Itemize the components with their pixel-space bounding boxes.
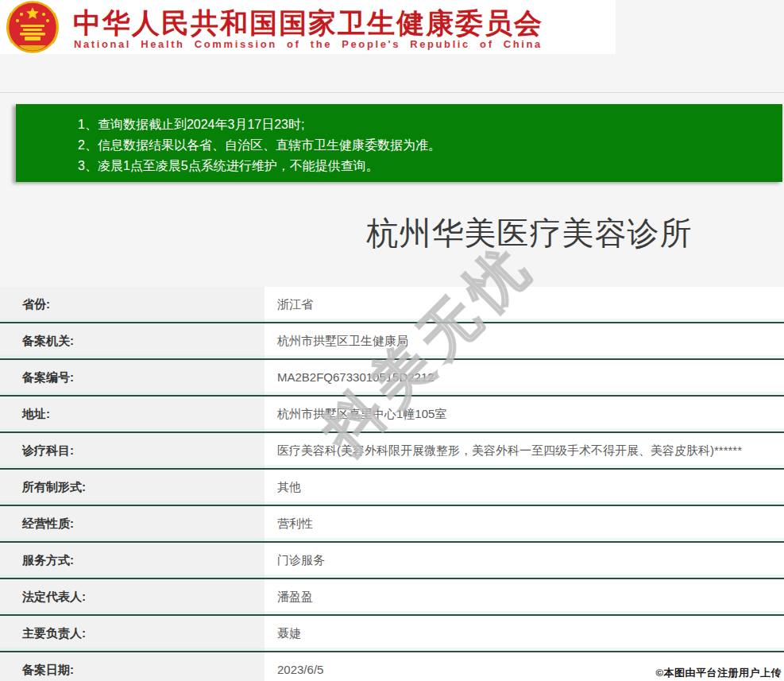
record-table: 省份: 浙江省 备案机关: 杭州市拱墅区卫生健康局 备案编号: MA2B2FQ6… <box>0 287 784 681</box>
china-national-emblem-icon <box>5 1 60 53</box>
field-value: 营利性 <box>265 506 784 543</box>
site-title-en: National Health Commission of the People… <box>74 38 543 50</box>
table-row-clinical-departments: 诊疗科目: 医疗美容科(美容外科限开展微整形，美容外科一至四级手术不得开展、美容… <box>0 433 784 470</box>
table-row-principal: 主要负责人: 聂婕 <box>0 616 784 652</box>
field-value: 门诊服务 <box>265 543 784 579</box>
table-row-province: 省份: 浙江省 <box>0 287 784 323</box>
field-label: 备案日期: <box>0 652 265 681</box>
field-label: 主要负责人: <box>0 616 265 652</box>
facility-name-title: 杭州华美医疗美容诊所 <box>0 211 784 255</box>
field-label: 诊疗科目: <box>0 433 265 470</box>
field-value: 其他 <box>265 470 784 506</box>
field-label: 法定代表人: <box>0 579 265 616</box>
field-value: 聂婕 <box>265 616 784 652</box>
notice-line-3: 3、凌晨1点至凌晨5点系统进行维护，不能提供查询。 <box>78 156 774 176</box>
table-row-address: 地址: 杭州市拱墅区嘉里中心1幢105室 <box>0 397 784 433</box>
field-label: 省份: <box>0 287 265 323</box>
field-label: 备案机关: <box>0 323 265 360</box>
field-value: 浙江省 <box>265 287 784 323</box>
field-value: MA2B2FQ6733010515D2212 <box>265 360 784 397</box>
site-title-cn: 中华人民共和国国家卫生健康委员会 <box>73 5 543 42</box>
table-row-filing-number: 备案编号: MA2B2FQ6733010515D2212 <box>0 360 784 397</box>
field-label: 所有制形式: <box>0 470 265 506</box>
notice-line-2: 2、信息数据结果以各省、自治区、直辖市卫生健康委数据为准。 <box>78 135 774 156</box>
table-row-ownership-type: 所有制形式: 其他 <box>0 470 784 506</box>
table-row-service-mode: 服务方式: 门诊服务 <box>0 543 784 579</box>
nhc-record-page: 中华人民共和国国家卫生健康委员会 National Health Commiss… <box>0 0 784 681</box>
field-label: 经营性质: <box>0 506 265 543</box>
table-row-operating-nature: 经营性质: 营利性 <box>0 506 784 543</box>
field-value: 潘盈盈 <box>265 579 784 616</box>
header-divider <box>0 92 784 93</box>
field-label: 备案编号: <box>0 360 265 397</box>
query-notice-box: 1、查询数据截止到2024年3月17日23时; 2、信息数据结果以各省、自治区、… <box>16 104 782 182</box>
field-label: 服务方式: <box>0 543 265 579</box>
header: 中华人民共和国国家卫生健康委员会 National Health Commiss… <box>0 0 616 54</box>
field-label: 地址: <box>0 397 265 433</box>
table-row-filing-authority: 备案机关: 杭州市拱墅区卫生健康局 <box>0 323 784 360</box>
field-value: 杭州市拱墅区卫生健康局 <box>265 323 784 360</box>
field-value: 医疗美容科(美容外科限开展微整形，美容外科一至四级手术不得开展、美容皮肤科)**… <box>265 433 784 470</box>
uploader-copyright-badge: ©本图由平台注册用户上传 <box>655 666 782 680</box>
table-row-legal-representative: 法定代表人: 潘盈盈 <box>0 579 784 616</box>
field-value: 杭州市拱墅区嘉里中心1幢105室 <box>265 397 784 433</box>
notice-line-1: 1、查询数据截止到2024年3月17日23时; <box>78 114 774 135</box>
